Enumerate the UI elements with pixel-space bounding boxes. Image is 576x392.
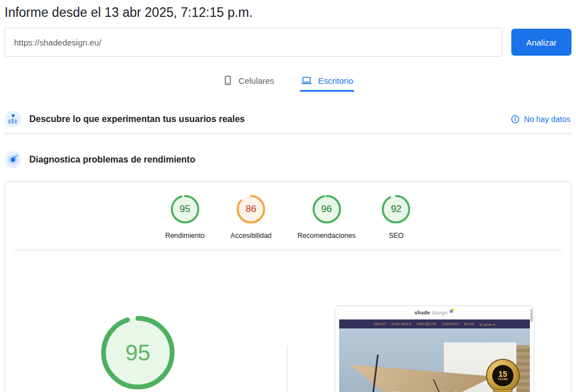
pagespeed-report-page: Informe desde el 13 abr 2025, 7:12:15 p.… xyxy=(0,5,576,392)
site-nav-about: ABOUT xyxy=(374,322,386,326)
hero-heading: We create shade xyxy=(339,390,515,392)
device-tabs: Celulares Escritorio xyxy=(4,72,572,92)
alert-info-icon xyxy=(511,115,520,124)
tab-celulares[interactable]: Celulares xyxy=(222,72,275,92)
analyze-button[interactable]: Analizar xyxy=(511,29,572,56)
url-analyze-row: Analizar xyxy=(4,28,572,57)
site-nav-contact: CONTACT xyxy=(442,322,459,326)
smartphone-icon xyxy=(223,75,233,85)
seo-score: 92 xyxy=(381,195,411,224)
accesibilidad-gauge: 86 xyxy=(236,195,266,224)
recomendaciones-gauge: 96 xyxy=(312,195,341,224)
accesibilidad-label: Accesibilidad xyxy=(231,232,272,240)
laptop-icon xyxy=(301,75,312,85)
site-nav-language: English ▾ xyxy=(480,322,496,326)
rendimiento-score: 95 xyxy=(170,195,200,224)
report-title: Informe desde el 13 abr 2025, 7:12:15 p.… xyxy=(4,5,572,20)
tab-escritorio-label: Escritorio xyxy=(318,76,353,85)
performance-main-gauge: 95 xyxy=(100,315,176,390)
score-seo[interactable]: 92 SEO xyxy=(381,195,411,240)
site-nav-bar: ABOUT OUR SAILS PROJECTS CONTACT BLOG En… xyxy=(339,319,530,328)
tab-celulares-label: Celulares xyxy=(238,76,274,85)
vertical-divider xyxy=(287,346,287,392)
site-hero-image: 15 YEARS We create shade Shade sail are … xyxy=(339,328,530,392)
site-logo-icon xyxy=(450,309,454,313)
category-scores-row: 95 Rendimiento 86 Accesibilidad xyxy=(5,182,571,240)
field-data-title: Descubre lo que experimentan tus usuario… xyxy=(29,114,245,124)
lighthouse-result-card: 95 Rendimiento 86 Accesibilidad xyxy=(4,181,572,392)
site-logo: shade design xyxy=(335,306,534,319)
users-insights-icon xyxy=(4,111,21,128)
tab-escritorio[interactable]: Escritorio xyxy=(300,72,354,92)
field-data-section-header[interactable]: Descubre lo que experimentan tus usuario… xyxy=(4,105,572,134)
site-nav-projects: PROJECTS xyxy=(417,322,436,326)
rendimiento-label: Rendimiento xyxy=(165,232,205,240)
accesibilidad-score: 86 xyxy=(236,195,266,224)
no-data-status: No hay datos xyxy=(511,115,571,124)
site-screenshot-thumbnail[interactable]: shade design ABOUT OUR SAILS PROJECTS CO… xyxy=(335,305,534,392)
score-rendimiento[interactable]: 95 Rendimiento xyxy=(165,195,205,240)
url-input-container xyxy=(4,28,502,57)
score-accesibilidad[interactable]: 86 Accesibilidad xyxy=(231,195,272,240)
seo-gauge: 92 xyxy=(381,195,411,224)
recomendaciones-score: 96 xyxy=(312,195,341,224)
lab-data-title: Diagnostica problemas de rendimiento xyxy=(29,155,195,165)
score-recomendaciones[interactable]: 96 Recomendaciones xyxy=(298,195,356,240)
hero-text: We create shade Shade sail are ideal to … xyxy=(339,390,515,392)
anniversary-badge: 15 YEARS xyxy=(487,360,519,391)
site-nav-our-sails: OUR SAILS xyxy=(392,322,412,326)
url-input[interactable] xyxy=(5,38,502,47)
speedometer-icon xyxy=(4,151,21,168)
seo-label: SEO xyxy=(389,232,403,240)
rendimiento-gauge: 95 xyxy=(170,195,200,224)
recomendaciones-label: Recomendaciones xyxy=(298,232,356,240)
thumbnail-scrollbar[interactable] xyxy=(530,309,533,322)
performance-detail-area: 95 shade design ABOUT OUR SAILS PROJECTS… xyxy=(5,250,571,392)
no-data-label: No hay datos xyxy=(524,115,571,124)
performance-main-score: 95 xyxy=(100,315,176,390)
lab-data-section-header: Diagnostica problemas de rendimiento xyxy=(4,147,572,172)
active-tab-underline xyxy=(300,90,354,92)
site-nav-blog: BLOG xyxy=(464,322,474,326)
